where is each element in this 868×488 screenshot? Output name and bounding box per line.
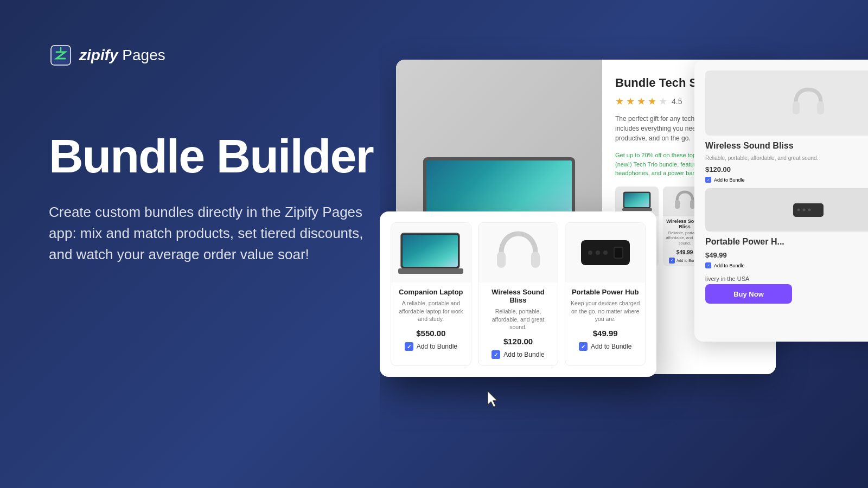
bg-headphone-icon — [789, 86, 827, 121]
bg-power-img — [705, 188, 868, 232]
page-headline: Bundle Builder — [49, 132, 385, 180]
svg-point-23 — [588, 251, 592, 255]
logo: zipify Pages — [49, 43, 385, 67]
background-card: Wireless Sound Bliss Reliable, portable,… — [694, 60, 868, 342]
popup-laptop-name: Companion Laptop — [391, 282, 471, 299]
svg-rect-20 — [497, 252, 506, 268]
svg-rect-18 — [403, 235, 458, 267]
bg-power-icon — [792, 201, 825, 220]
popup-headphone-add-label: Add to Bundle — [503, 351, 544, 358]
popup-laptop-checkbox[interactable] — [405, 342, 413, 351]
popup-powerhub-add-label: Add to Bundle — [591, 343, 631, 350]
bg-card-content: Wireless Sound Bliss Reliable, portable,… — [694, 60, 868, 281]
popup-headphone-check[interactable]: Add to Bundle — [478, 350, 558, 359]
popup-powerhub-img — [565, 223, 645, 282]
popup-laptop-price: $550.00 — [391, 328, 471, 342]
logo-text: zipify Pages — [79, 47, 165, 64]
browser-area: Bundle Tech Start ★ ★ ★ ★ ★ 4.5 The perf… — [380, 0, 868, 488]
popup-powerhub-name: Portable Power Hub — [565, 282, 645, 299]
buy-now-button[interactable]: Buy Now — [705, 284, 792, 304]
popup-headphone-icon — [493, 228, 544, 277]
svg-point-15 — [803, 208, 806, 211]
svg-rect-4 — [675, 200, 680, 209]
popup-headphone-name: Wireless Sound Bliss — [478, 282, 558, 307]
headphone-checkbox[interactable] — [669, 258, 675, 264]
popup-headphone-img — [478, 223, 558, 282]
popup-product-headphone: Wireless Sound Bliss Reliable, portable,… — [478, 222, 559, 366]
mouse-cursor — [486, 390, 501, 409]
popup-headphone-checkbox[interactable] — [492, 350, 500, 359]
bg-power-add: Add to Bundle — [714, 263, 745, 268]
bundle-popup: Companion Laptop A reliable, portable an… — [380, 211, 656, 377]
brand-name: zipify — [79, 47, 118, 63]
product-name: Pages — [122, 47, 165, 63]
svg-rect-2 — [624, 193, 649, 207]
bg-headphone-img — [705, 70, 868, 136]
bg-headphone-check[interactable]: Add to Bundle — [705, 177, 868, 183]
bg-power-price: $49.99 — [705, 251, 868, 259]
small-headphone-icon — [673, 190, 697, 213]
bg-headphone-desc: Reliable, portable, affordable, and grea… — [705, 155, 868, 161]
star-5: ★ — [659, 95, 667, 107]
popup-laptop-icon — [398, 231, 463, 274]
popup-laptop-desc: A reliable, portable and affordable lapt… — [391, 299, 471, 328]
svg-point-16 — [808, 208, 811, 211]
svg-rect-12 — [817, 101, 824, 114]
popup-laptop-check[interactable]: Add to Bundle — [391, 342, 471, 351]
popup-headphone-price: $120.00 — [478, 336, 558, 350]
popup-product-powerhub: Portable Power Hub Keep your devices cha… — [565, 222, 646, 366]
svg-rect-19 — [398, 268, 463, 274]
svg-point-24 — [596, 251, 600, 255]
popup-product-list: Companion Laptop A reliable, portable an… — [391, 222, 646, 366]
popup-product-laptop: Companion Laptop A reliable, portable an… — [391, 222, 471, 366]
star-3: ★ — [637, 95, 646, 107]
svg-rect-27 — [615, 248, 622, 258]
delivery-text: livery in the USA — [705, 275, 749, 282]
svg-rect-11 — [793, 101, 800, 114]
popup-powerhub-icon — [578, 234, 633, 272]
rating-value: 4.5 — [672, 97, 682, 106]
popup-powerhub-desc: Keep your devices charged on the go, no … — [565, 299, 645, 328]
popup-laptop-add-label: Add to Bundle — [417, 343, 457, 350]
left-panel: zipify Pages Bundle Builder Create custo… — [49, 43, 385, 265]
popup-powerhub-check[interactable]: Add to Bundle — [565, 342, 645, 351]
bg-power-name: Portable Power H... — [705, 237, 868, 247]
star-4: ★ — [648, 95, 656, 107]
popup-laptop-img — [391, 223, 471, 282]
bg-headphone-name: Wireless Sound Bliss — [705, 141, 868, 151]
svg-point-14 — [797, 208, 800, 211]
small-laptop-icon — [622, 191, 652, 211]
page-subtext: Create custom bundles directly in the Zi… — [49, 202, 363, 265]
popup-powerhub-checkbox[interactable] — [579, 342, 588, 351]
bg-power-checkbox[interactable] — [705, 262, 711, 268]
bg-headphone-checkbox[interactable] — [705, 177, 711, 183]
bg-headphone-price: $120.00 — [705, 165, 868, 174]
svg-rect-21 — [531, 252, 540, 268]
zipify-logo-icon — [49, 43, 73, 67]
popup-headphone-desc: Reliable, portable, affordable, and grea… — [478, 307, 558, 336]
svg-point-25 — [603, 251, 608, 255]
svg-rect-3 — [622, 208, 652, 211]
bg-power-check[interactable]: Add to Bundle — [705, 262, 868, 268]
cursor-icon — [486, 390, 501, 409]
star-2: ★ — [626, 95, 635, 107]
popup-powerhub-price: $49.99 — [565, 328, 645, 342]
star-1: ★ — [615, 95, 624, 107]
bg-headphone-add: Add to Bundle — [714, 177, 745, 183]
